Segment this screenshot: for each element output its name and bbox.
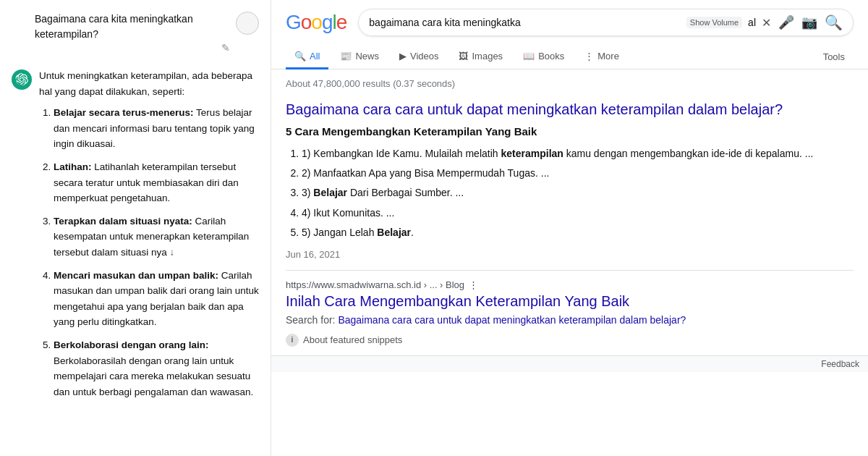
search-bar[interactable]: bagaimana cara kita meningkatka Show Vol… <box>358 9 854 36</box>
all-tab-icon: 🔍 <box>294 51 306 62</box>
result-snippet: Search for: Bagaimana cara cara untuk da… <box>286 313 854 328</box>
tools-button[interactable]: Tools <box>814 46 854 68</box>
tip-5-title: Berkolaborasi dengan orang lain: <box>54 339 209 350</box>
tab-more[interactable]: ⋮ More <box>576 45 628 69</box>
logo-o2: o <box>311 11 322 33</box>
user-message-text: Bagaimana cara kita meningkatkan keteram… <box>35 13 193 40</box>
snippet-prefix: Search for: <box>286 314 338 326</box>
tab-more-label: More <box>597 51 619 62</box>
more-tab-icon: ⋮ <box>584 51 594 62</box>
show-volume-text: Show Volume <box>690 18 739 27</box>
result-url-row: https://www.smadwiwarna.sch.id › ... › B… <box>286 279 854 290</box>
user-message-row: Bagaimana cara kita meningkatkan keteram… <box>12 12 259 56</box>
tab-news-label: News <box>355 51 379 62</box>
featured-item-5: 5) Jangan Lelah Belajar. <box>302 224 854 242</box>
clear-search-icon[interactable]: ✕ <box>762 16 771 30</box>
camera-search-icon[interactable]: 📷 <box>801 14 817 30</box>
news-tab-icon: 📰 <box>340 51 352 62</box>
tab-books-label: Books <box>538 51 564 62</box>
featured-item-1: 1) Kembangkan Ide Kamu. Mulailah melatih… <box>302 145 854 163</box>
images-tab-icon: 🖼 <box>459 51 468 62</box>
tab-videos[interactable]: ▶ Videos <box>391 45 448 69</box>
about-snippets-row: i About featured snippets <box>286 334 854 347</box>
google-header: Google bagaimana cara kita meningkatka S… <box>271 0 868 36</box>
logo-o1: o <box>301 11 312 33</box>
logo-e: e <box>336 11 347 33</box>
featured-item-2: 2) Manfaatkan Apa yang Bisa Mempermudah … <box>302 164 854 182</box>
assistant-content: Untuk meningkatkan keterampilan, ada beb… <box>39 68 259 407</box>
show-volume-badge: Show Volume <box>686 17 742 28</box>
microphone-icon[interactable]: 🎤 <box>778 14 794 30</box>
search-result-2: https://www.smadwiwarna.sch.id › ... › B… <box>286 279 854 328</box>
featured-list: 1) Kembangkan Ide Kamu. Mulailah melatih… <box>286 145 854 242</box>
featured-date: Jun 16, 2021 <box>286 249 854 260</box>
tip-2-title: Latihan: <box>54 161 92 172</box>
logo-g: G <box>286 11 301 33</box>
feedback-link[interactable]: Feedback <box>821 359 859 369</box>
tip-5: Berkolaborasi dengan orang lain: Berkola… <box>54 337 259 400</box>
google-results-panel: Google bagaimana cara kita meningkatka S… <box>271 0 868 456</box>
tip-3-title: Terapkan dalam situasi nyata: <box>54 216 192 227</box>
videos-tab-icon: ▶ <box>399 51 407 62</box>
featured-item-4: 4) Ikut Komunitas. ... <box>302 204 854 222</box>
divider <box>286 270 854 271</box>
featured-snippet-title[interactable]: Bagaimana cara cara untuk dapat meningka… <box>286 99 854 119</box>
results-count: About 47,800,000 results (0.37 seconds) <box>286 78 854 89</box>
bottom-bar: Feedback <box>271 355 868 372</box>
user-message-bubble: Bagaimana cara kita meningkatkan keteram… <box>35 12 230 42</box>
books-tab-icon: 📖 <box>523 51 535 62</box>
featured-snippet-subtitle: 5 Cara Mengembangkan Keterampilan Yang B… <box>286 125 854 138</box>
chat-panel: Bagaimana cara kita meningkatkan keteram… <box>0 0 271 456</box>
result-options-icon[interactable]: ⋮ <box>469 279 478 290</box>
search-submit-icon[interactable]: 🔍 <box>825 14 843 31</box>
tip-2: Latihan: Latihanlah keterampilan tersebu… <box>54 159 259 206</box>
result-title-link[interactable]: Inilah Cara Mengembangkan Keterampilan Y… <box>286 293 854 310</box>
tips-list: Belajar secara terus-menerus: Terus bela… <box>39 105 259 400</box>
tip-3: Terapkan dalam situasi nyata: Carilah ke… <box>54 214 259 261</box>
user-avatar <box>236 12 259 35</box>
featured-item-3: 3) Belajar Dari Berbagai Sumber. ... <box>302 184 854 202</box>
chatgpt-avatar <box>12 69 32 90</box>
chatgpt-logo-icon <box>15 73 28 86</box>
tab-images[interactable]: 🖼 Images <box>450 45 511 69</box>
tab-news[interactable]: 📰 News <box>331 45 388 69</box>
tip-4: Mencari masukan dan umpan balik: Carilah… <box>54 268 259 330</box>
search-suffix: al <box>748 17 756 28</box>
edit-icon[interactable]: ✎ <box>221 42 230 54</box>
google-logo: Google <box>286 11 346 34</box>
about-icon: i <box>286 334 299 347</box>
featured-snippet: Bagaimana cara cara untuk dapat meningka… <box>286 99 854 260</box>
assistant-intro-text: Untuk meningkatkan keterampilan, ada beb… <box>39 70 252 97</box>
result-url: https://www.smadwiwarna.sch.id › ... › B… <box>286 279 464 290</box>
search-icons: ✕ 🎤 📷 🔍 <box>762 14 843 31</box>
tab-videos-label: Videos <box>410 51 439 62</box>
tab-all[interactable]: 🔍 All <box>286 45 328 69</box>
results-area: About 47,800,000 results (0.37 seconds) … <box>271 69 868 355</box>
tab-all-label: All <box>310 51 320 62</box>
tab-images-label: Images <box>472 51 503 62</box>
tip-1-title: Belajar secara terus-menerus: <box>54 107 194 118</box>
tip-4-title: Mencari masukan dan umpan balik: <box>54 270 218 281</box>
snippet-link[interactable]: Bagaimana cara cara untuk dapat meningka… <box>338 314 686 326</box>
about-snippets-text[interactable]: About featured snippets <box>303 334 402 345</box>
search-query-text: bagaimana cara kita meningkatka <box>369 17 681 28</box>
assistant-message-row: Untuk meningkatkan keterampilan, ada beb… <box>12 68 259 407</box>
logo-g2: g <box>322 11 333 33</box>
tip-1: Belajar secara terus-menerus: Terus bela… <box>54 105 259 152</box>
tab-books[interactable]: 📖 Books <box>514 45 573 69</box>
search-tabs: 🔍 All 📰 News ▶ Videos 🖼 Images 📖 Books ⋮… <box>271 42 868 69</box>
